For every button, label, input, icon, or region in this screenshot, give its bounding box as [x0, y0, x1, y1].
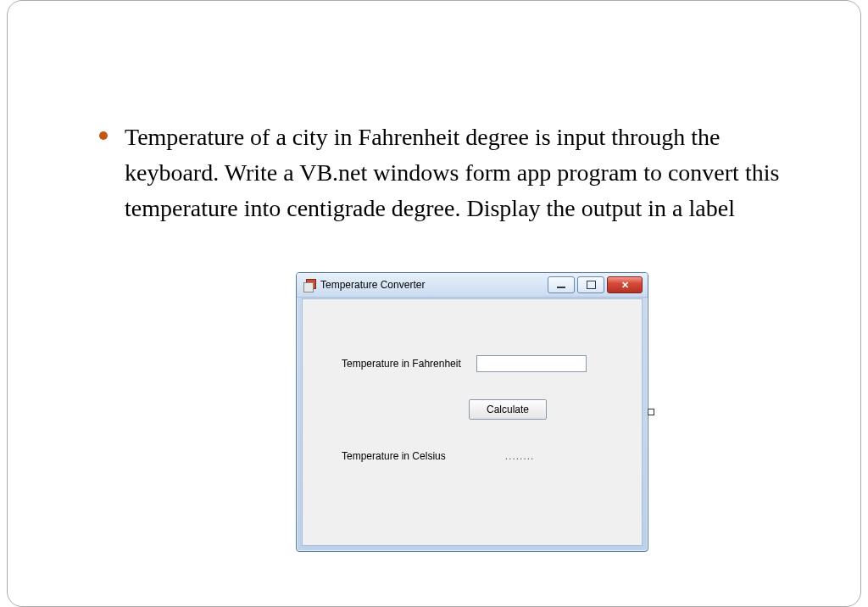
window-control-buttons: ✕ [548, 276, 643, 293]
minimize-button[interactable] [548, 276, 575, 293]
window-titlebar[interactable]: Temperature Converter ✕ [297, 273, 648, 298]
form-icon [303, 279, 315, 291]
close-button[interactable]: ✕ [607, 276, 643, 293]
bullet-item: Temperature of a city in Fahrenheit degr… [99, 120, 811, 226]
maximize-button[interactable] [577, 276, 604, 293]
bullet-text: Temperature of a city in Fahrenheit degr… [125, 120, 811, 226]
bullet-dot-icon [99, 131, 108, 140]
fahrenheit-input[interactable] [476, 355, 587, 372]
winform-container: Temperature Converter ✕ Temperatur [296, 272, 648, 552]
fahrenheit-row: Temperature in Fahrenheit [342, 355, 587, 372]
celsius-label: Temperature in Celsius [342, 450, 446, 462]
slide-frame: Temperature of a city in Fahrenheit degr… [7, 0, 861, 607]
temperature-converter-window: Temperature Converter ✕ Temperatur [296, 272, 648, 552]
maximize-icon [587, 281, 596, 289]
minimize-icon [557, 287, 565, 288]
content-area: Temperature of a city in Fahrenheit degr… [99, 120, 811, 226]
close-icon: ✕ [621, 281, 629, 290]
title-left: Temperature Converter [303, 279, 425, 291]
window-client-area: Temperature in Fahrenheit Calculate Temp… [302, 298, 643, 546]
window-title: Temperature Converter [320, 279, 425, 291]
celsius-output-label: ........ [505, 450, 535, 462]
fahrenheit-label: Temperature in Fahrenheit [342, 358, 461, 370]
calculate-button[interactable]: Calculate [469, 399, 547, 420]
celsius-row: Temperature in Celsius ........ [342, 450, 534, 462]
resize-handle-icon[interactable] [648, 409, 654, 415]
calculate-row: Calculate [469, 399, 547, 420]
